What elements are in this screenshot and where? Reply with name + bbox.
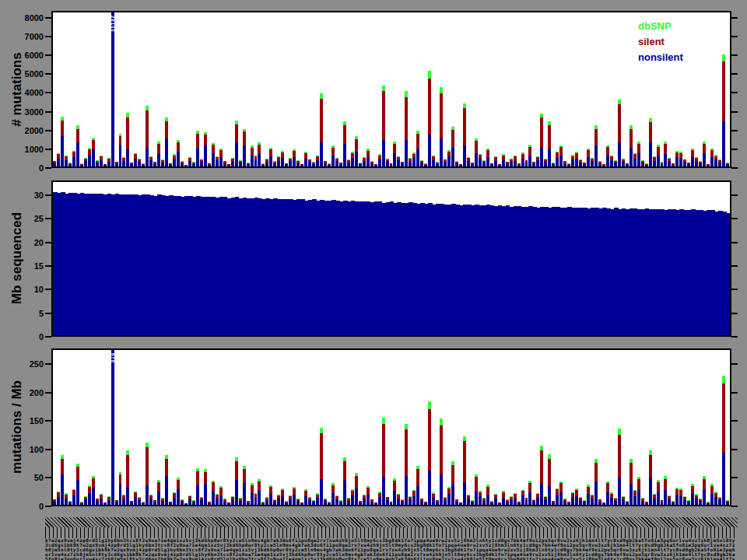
bar-segment-nonsilent — [107, 162, 110, 166]
bar-segment-nonsilent — [598, 502, 601, 505]
bar-stack — [119, 472, 122, 505]
bar-segment-nonsilent — [722, 453, 725, 505]
bar-segment-nonsilent — [397, 499, 400, 505]
bar-segment-silent — [451, 465, 454, 485]
bar-segment-silent — [393, 144, 396, 153]
bar-segment-nonsilent — [285, 164, 288, 166]
bar-segment-nonsilent — [289, 161, 292, 166]
bar-segment-nonsilent — [92, 149, 95, 166]
bar-segment-nonsilent — [76, 142, 79, 166]
bar-segment-nonsilent — [657, 492, 660, 505]
y-tick-right — [731, 477, 738, 478]
bar-segment-silent — [304, 491, 307, 496]
bar-stack — [583, 163, 586, 166]
bar-segment-silent — [594, 463, 598, 481]
bar-segment-nonsilent — [679, 159, 682, 166]
y-tick-left — [45, 218, 51, 219]
bar-segment-silent — [528, 147, 531, 156]
bar-segment-nonsilent — [722, 121, 725, 166]
bar-segment-nonsilent — [440, 474, 443, 505]
bar-stack — [471, 163, 474, 166]
y-tick-left — [45, 36, 51, 37]
bar-segment-silent — [177, 480, 180, 489]
y-tick-right — [731, 218, 738, 219]
bar-stack — [432, 156, 435, 166]
bar-stack — [88, 485, 91, 505]
bar-segment-nonsilent — [649, 142, 652, 166]
bar-segment-nonsilent — [296, 163, 300, 166]
bar-stack — [618, 429, 621, 505]
bar-segment-nonsilent — [424, 165, 427, 166]
bar-stack — [591, 158, 594, 166]
bar-stack — [161, 159, 164, 166]
bar-stack — [331, 145, 335, 166]
bar-stack — [707, 164, 710, 166]
bar-segment-silent — [575, 490, 578, 496]
y-tick-left — [45, 392, 51, 394]
bar-segment-silent — [331, 148, 335, 156]
bar-segment-nonsilent — [459, 165, 462, 166]
bar-segment-nonsilent — [339, 502, 342, 505]
bar-segment-nonsilent — [401, 163, 404, 166]
bar-segment-nonsilent — [471, 502, 474, 505]
bar-stack — [494, 494, 497, 505]
bar-segment-silent — [146, 447, 149, 485]
bar-stack — [192, 500, 195, 505]
bar-segment-silent — [475, 477, 478, 490]
bar-stack — [355, 136, 358, 166]
bar-segment-silent — [76, 129, 79, 142]
bar-segment-nonsilent — [498, 503, 501, 505]
bar-segment-nonsilent — [296, 501, 300, 505]
bar-stack — [436, 500, 439, 505]
bar-segment-nonsilent — [281, 496, 284, 505]
bar-segment-silent — [463, 108, 466, 145]
y-tick-left — [45, 449, 51, 450]
bar-segment-silent — [320, 99, 323, 142]
bar-segment-silent — [243, 469, 246, 484]
y-tick-left — [45, 289, 51, 290]
bar-stack — [455, 161, 458, 166]
bar-stack — [173, 492, 176, 505]
bar-segment-nonsilent — [602, 165, 605, 166]
bar-segment-nonsilent — [390, 165, 393, 166]
bar-segment-dbsnp — [382, 86, 385, 92]
bar-segment-nonsilent — [382, 140, 385, 166]
bar-segment-nonsilent — [149, 160, 153, 166]
bar-segment-dbsnp — [463, 436, 466, 442]
bar-segment-nonsilent — [269, 156, 272, 166]
bar-segment-nonsilent — [285, 502, 288, 505]
bar-stack — [683, 159, 686, 166]
bar-segment-silent — [119, 474, 122, 484]
bar-stack — [188, 157, 191, 166]
bar-segment-nonsilent — [126, 488, 129, 505]
bar-stack — [490, 501, 493, 505]
y-tick-label: 0 — [9, 502, 44, 511]
bar-segment-nonsilent — [200, 500, 203, 505]
bar-segment-nonsilent — [567, 165, 570, 166]
bar-segment-nonsilent — [363, 161, 366, 166]
bar-segment-nonsilent — [459, 503, 462, 505]
bar-segment-nonsilent — [304, 496, 307, 505]
bar-stack — [552, 501, 555, 505]
bar-segment-nonsilent — [100, 499, 103, 506]
bar-stack — [679, 488, 682, 505]
bar-segment-nonsilent — [521, 159, 524, 166]
bar-stack — [710, 149, 714, 166]
bar-segment-nonsilent — [347, 163, 350, 166]
bar-stack — [243, 129, 246, 166]
bar-segment-silent — [366, 151, 370, 157]
bar-stack — [610, 156, 613, 166]
bar-segment-dbsnp — [320, 428, 323, 434]
bar-stack — [138, 497, 141, 505]
bar-segment-nonsilent — [72, 495, 75, 505]
bar-stack — [304, 489, 307, 505]
bar-stack — [196, 468, 199, 505]
bar-segment-nonsilent — [300, 503, 303, 505]
bar-segment-silent — [157, 144, 160, 153]
legend-item-silent: silent — [638, 34, 683, 50]
bar-stack — [645, 163, 648, 166]
bar-segment-nonsilent — [343, 481, 346, 505]
bar-stack — [486, 149, 489, 166]
bar-stack — [691, 484, 694, 505]
rotated-sample-names-texture: k7w2qx9vmj4zp0rd5lg1hy6bn3tcs8f2u9oa7ie4… — [45, 538, 738, 560]
